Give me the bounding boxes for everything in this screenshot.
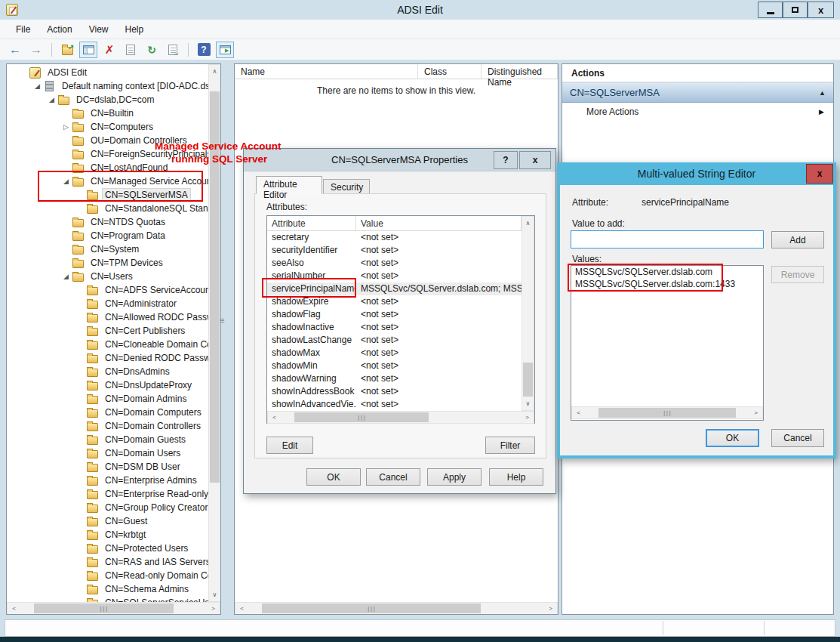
scroll-down-button[interactable]: ∨	[209, 588, 220, 601]
attribute-row[interactable]: secretary<not set>	[267, 231, 522, 244]
ok-button[interactable]: OK	[306, 468, 361, 486]
tree-item[interactable]: ◢CN=Managed Service Accounts	[8, 174, 208, 188]
tree-item[interactable]: CN=Schema Admins	[8, 582, 208, 596]
scroll-thumb[interactable]	[34, 603, 174, 613]
menu-action[interactable]: Action	[38, 21, 80, 38]
tree-item[interactable]: CN=ADFS ServiceAccount	[8, 283, 208, 297]
expanded-icon[interactable]: ◢	[60, 177, 72, 185]
tree-item[interactable]: ◢DC=dslab,DC=com	[8, 93, 208, 106]
tree-item[interactable]: CN=RAS and IAS Servers	[8, 555, 208, 569]
tree-item[interactable]: CN=Administrator	[8, 297, 208, 310]
attribute-row[interactable]: shadowWarning<not set>	[267, 372, 522, 385]
tree-item[interactable]: CN=DnsAdmins	[8, 365, 208, 378]
scroll-track[interactable]	[248, 603, 544, 614]
scroll-left-button[interactable]: <	[8, 603, 20, 614]
tree-item[interactable]: CN=NTDS Quotas	[8, 215, 208, 229]
actions-group-header[interactable]: CN=SQLServerMSA ▲	[562, 82, 833, 103]
scroll-right-button[interactable]: >	[207, 603, 220, 614]
scroll-thumb[interactable]	[294, 412, 429, 422]
scroll-thumb[interactable]	[262, 603, 481, 613]
tree-item[interactable]: CN=Domain Computers	[8, 406, 208, 419]
tree-item[interactable]: CN=Group Policy Creator Owners	[8, 501, 208, 514]
scroll-track[interactable]	[20, 603, 207, 614]
expanded-icon[interactable]: ◢	[31, 82, 44, 90]
tree-item[interactable]: CN=Cloneable Domain Controller	[8, 338, 208, 351]
tree-item[interactable]: CN=System	[8, 242, 208, 256]
tree-item[interactable]: CN=Guest	[8, 514, 208, 528]
help-button[interactable]: ?	[195, 42, 213, 58]
attribute-row[interactable]: securityIdentifier<not set>	[267, 244, 522, 257]
tree-item[interactable]: ◢CN=Users	[8, 270, 208, 283]
mvse-ok-button[interactable]: OK	[706, 429, 759, 447]
list-horizontal-scrollbar[interactable]: <>	[235, 602, 558, 615]
attribute-row[interactable]: shadowLastChange<not set>	[267, 334, 522, 347]
cancel-button[interactable]: Cancel	[366, 468, 420, 486]
menu-file[interactable]: File	[8, 21, 38, 38]
tree-item[interactable]: CN=Domain Users	[8, 446, 208, 460]
scroll-thumb[interactable]	[598, 408, 736, 418]
scroll-down-button[interactable]: ∨	[522, 397, 534, 410]
pane-splitter-grip[interactable]: ≡	[220, 316, 224, 325]
add-button[interactable]: Add	[771, 231, 824, 248]
tree-item[interactable]: ◢Default naming context [DIO-ADC.dslab.c…	[8, 79, 208, 93]
tree-item[interactable]: CN=krbtgt	[8, 528, 208, 542]
help-button-dialog[interactable]: Help	[489, 468, 543, 486]
attr-vertical-scrollbar[interactable]: ∧∨	[522, 216, 534, 411]
delete-button[interactable]: ✗	[100, 42, 118, 58]
attribute-row[interactable]: servicePrincipalNameMSSQLSvc/SQLServer.d…	[267, 282, 522, 295]
title-bar[interactable]: ADSI Edit x	[0, 0, 840, 20]
apply-button[interactable]: Apply	[427, 468, 482, 486]
maximize-button[interactable]	[783, 2, 808, 18]
tree-item[interactable]: ADSI Edit	[8, 66, 208, 79]
scroll-left-button[interactable]: <	[572, 407, 585, 418]
scroll-up-button[interactable]: ∧	[522, 217, 534, 230]
values-horizontal-scrollbar[interactable]: <>	[571, 406, 763, 419]
menu-view[interactable]: View	[81, 21, 117, 38]
tree-item[interactable]: CN=Domain Guests	[8, 433, 208, 446]
scroll-left-button[interactable]: <	[235, 603, 248, 614]
minimize-button[interactable]	[758, 2, 783, 18]
export-list-button[interactable]	[164, 42, 182, 58]
mvse-titlebar[interactable]: Multi-valued String Editor	[557, 162, 836, 185]
menu-help[interactable]: Help	[117, 21, 152, 38]
scroll-up-button[interactable]: ∧	[209, 65, 220, 78]
scroll-thumb[interactable]	[523, 363, 533, 397]
properties-button[interactable]	[122, 42, 140, 58]
tree-item[interactable]: CN=SQLServerMSA	[8, 188, 208, 202]
back-button[interactable]: ←	[6, 42, 24, 58]
scroll-right-button[interactable]: >	[749, 407, 762, 418]
expanded-icon[interactable]: ◢	[45, 96, 58, 103]
tree-item[interactable]: CN=Builtin	[8, 106, 208, 120]
tree-item[interactable]: CN=Denied RODC Password Repli	[8, 351, 208, 365]
tree-item[interactable]: CN=DSM DB User	[8, 460, 208, 474]
filter-button[interactable]: Filter	[485, 437, 535, 454]
expanded-icon[interactable]: ◢	[60, 273, 72, 280]
tree-item[interactable]: CN=Allowed RODC Password Rep	[8, 310, 208, 324]
scroll-right-button[interactable]: >	[544, 603, 557, 614]
close-button[interactable]: x	[808, 2, 834, 18]
scroll-left-button[interactable]: <	[268, 412, 281, 423]
remove-button[interactable]: Remove	[771, 266, 824, 283]
tree-item[interactable]: CN=Domain Admins	[8, 392, 208, 406]
more-actions-item[interactable]: More Actions ▶	[562, 103, 833, 120]
collapse-group-icon[interactable]: ▲	[819, 89, 826, 97]
attribute-row[interactable]: showInAdvancedVie...<not set>	[267, 398, 522, 411]
attribute-row[interactable]: shadowExpire<not set>	[267, 295, 522, 308]
attr-horizontal-scrollbar[interactable]: <>	[267, 411, 534, 424]
tree-item[interactable]: CN=DnsUpdateProxy	[8, 378, 208, 392]
attr-column-header-attribute[interactable]: Attribute	[267, 216, 356, 231]
dialog-help-button[interactable]: ?	[494, 151, 518, 169]
tree-item[interactable]: CN=TPM Devices	[8, 256, 208, 270]
column-header-distinguished-name[interactable]: Distinguished Name	[482, 64, 558, 79]
tree-item[interactable]: ▷CN=Computers	[8, 120, 208, 134]
refresh-button[interactable]: ↻	[143, 42, 161, 58]
scroll-right-button[interactable]: >	[521, 412, 534, 423]
tree-item[interactable]: CN=SQLServerServiceUser	[8, 596, 208, 602]
scroll-track[interactable]	[281, 412, 521, 423]
collapsed-icon[interactable]: ▷	[60, 123, 72, 131]
scroll-track[interactable]	[522, 230, 534, 397]
attribute-row[interactable]: shadowMax<not set>	[267, 347, 522, 360]
column-header-name[interactable]: Name	[235, 64, 418, 79]
show-action-pane-button[interactable]	[216, 42, 234, 58]
attribute-row[interactable]: showInAddressBook<not set>	[267, 385, 522, 398]
